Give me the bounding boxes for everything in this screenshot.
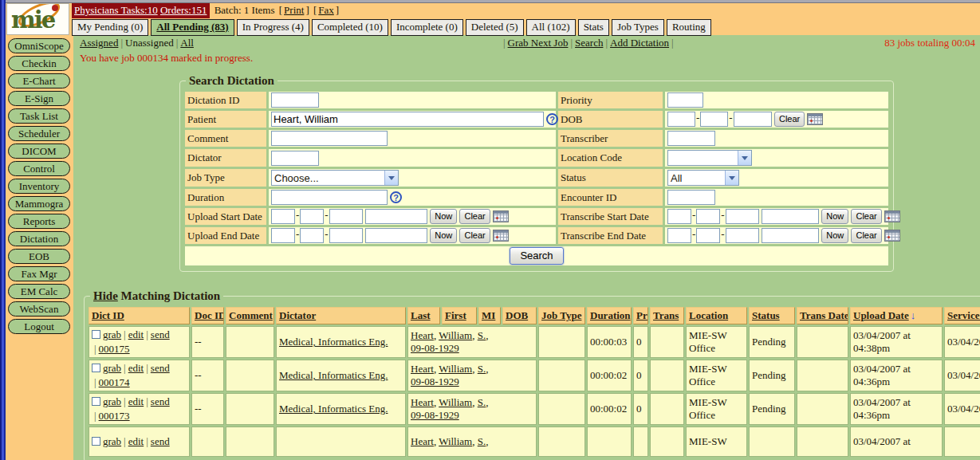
dict-id-link[interactable]: 000175 (99, 343, 130, 355)
transcribe-end-clear-button[interactable]: Clear (851, 228, 881, 243)
upload-end-calendar-icon[interactable] (493, 230, 509, 242)
job-type-select[interactable]: Choose... (271, 170, 399, 186)
tab-incomplete[interactable]: Incomplete (0) (391, 19, 463, 36)
duration-help-icon[interactable]: ? (390, 191, 402, 203)
dob-calendar-icon[interactable] (807, 113, 823, 125)
dictator-link[interactable]: Medical, Informatics Eng. (279, 369, 388, 381)
sidebar-item-e-chart[interactable]: E-Chart (8, 73, 70, 88)
col-dob[interactable]: DOB (506, 309, 528, 321)
dictator-link[interactable]: Medical, Informatics Eng. (279, 403, 388, 415)
patient-mi-link[interactable]: S. (478, 363, 486, 375)
sidebar-item-fax-mgr[interactable]: Fax Mgr (8, 266, 70, 281)
tab-all[interactable]: All (102) (526, 19, 576, 36)
upload-start-calendar-icon[interactable] (493, 210, 509, 222)
transcribe-end-calendar-icon[interactable] (884, 230, 900, 242)
patient-dob-link[interactable]: 09-08-1929 (411, 409, 459, 421)
encounter-id-input[interactable] (667, 190, 715, 205)
patient-help-icon[interactable]: ? (546, 113, 558, 125)
edit-link[interactable]: edit (128, 395, 144, 407)
col-dictator[interactable]: Dictator (279, 309, 316, 321)
patient-first-link[interactable]: William (439, 363, 472, 375)
send-link[interactable]: send (151, 362, 170, 374)
sidebar-item-checkin[interactable]: Checkin (8, 56, 70, 71)
upload-end-year-input[interactable] (329, 228, 363, 243)
search-button[interactable]: Search (510, 247, 563, 265)
transcribe-start-month-input[interactable] (667, 209, 691, 224)
dictator-link[interactable]: Medical, Informatics Eng. (279, 336, 388, 348)
transcribe-end-year-input[interactable] (726, 228, 759, 243)
transcribe-end-day-input[interactable] (696, 228, 720, 243)
upload-start-time-input[interactable] (365, 209, 427, 224)
physicians-tasks-link[interactable]: Physicians Tasks:10 (74, 4, 158, 16)
dictation-id-input[interactable] (271, 92, 319, 108)
chevron-down-icon[interactable] (725, 171, 738, 185)
sidebar-item-mammography[interactable]: Mammogra (8, 196, 70, 211)
grab-link[interactable]: grab (103, 362, 121, 374)
patient-mi-link[interactable]: S. (478, 435, 486, 447)
row-checkbox[interactable] (92, 364, 100, 372)
col-duration[interactable]: Duration (590, 309, 631, 321)
sidebar-item-dictation[interactable]: Dictation (8, 231, 70, 246)
patient-last-link[interactable]: Heart (411, 329, 434, 341)
row-checkbox[interactable] (92, 437, 100, 446)
upload-end-clear-button[interactable]: Clear (459, 228, 490, 243)
upload-end-month-input[interactable] (271, 228, 295, 243)
edit-link[interactable]: edit (128, 328, 144, 340)
sidebar-item-scheduler[interactable]: Scheduler (8, 126, 70, 141)
search-link[interactable]: Search (575, 37, 603, 49)
sidebar-item-task-list[interactable]: Task List (8, 108, 70, 124)
transcribe-end-month-input[interactable] (667, 228, 691, 243)
col-status[interactable]: Status (752, 309, 780, 321)
print-link[interactable]: Print (284, 4, 304, 16)
upload-end-time-input[interactable] (365, 228, 427, 243)
add-dictation-link[interactable]: Add Dictation (610, 37, 669, 49)
col-upload-date[interactable]: Upload Date (853, 309, 909, 321)
tab-all-pending[interactable]: All Pending (83) (151, 19, 234, 36)
dob-year-input[interactable] (734, 112, 772, 127)
sidebar-item-em-calc[interactable]: EM Calc (8, 284, 70, 299)
location-code-select[interactable] (667, 150, 752, 166)
comment-input[interactable] (271, 131, 388, 146)
col-mi[interactable]: MI (482, 309, 495, 321)
grab-link[interactable]: grab (103, 395, 121, 407)
grab-link[interactable]: grab (103, 328, 121, 340)
transcriber-input[interactable] (667, 131, 715, 146)
dob-month-input[interactable] (667, 112, 695, 127)
assigned-link[interactable]: Assigned (80, 37, 118, 49)
patient-dob-link[interactable]: 09-08-1929 (411, 375, 459, 387)
sort-descending-icon[interactable]: ↓ (911, 309, 916, 322)
upload-end-now-button[interactable]: Now (430, 228, 457, 243)
patient-first-link[interactable]: William (439, 329, 472, 341)
tab-job-types[interactable]: Job Types (612, 19, 664, 36)
col-comment[interactable]: Comment (229, 309, 273, 321)
sidebar-item-logout[interactable]: Logout (8, 319, 70, 334)
dob-clear-button[interactable]: Clear (774, 112, 805, 127)
send-link[interactable]: send (151, 395, 170, 407)
edit-link[interactable]: edit (128, 362, 144, 374)
transcribe-end-now-button[interactable]: Now (821, 228, 848, 243)
sidebar-item-eob[interactable]: EOB (8, 249, 70, 264)
all-link[interactable]: All (180, 37, 194, 49)
tab-completed[interactable]: Completed (10) (312, 19, 388, 36)
row-checkbox[interactable] (92, 330, 100, 339)
upload-end-day-input[interactable] (300, 228, 324, 243)
col-location[interactable]: Location (689, 309, 728, 321)
patient-first-link[interactable]: William (439, 435, 472, 447)
send-link[interactable]: send (151, 435, 170, 447)
sidebar-item-omniscope[interactable]: OmniScope (8, 38, 70, 53)
transcribe-start-now-button[interactable]: Now (821, 209, 848, 224)
col-doc-id[interactable]: Doc ID (195, 309, 224, 321)
col-service-date[interactable]: Service Date (947, 309, 980, 321)
transcribe-end-time-input[interactable] (762, 228, 819, 243)
sidebar-item-control[interactable]: Control (8, 161, 70, 176)
upload-start-clear-button[interactable]: Clear (459, 209, 490, 224)
tab-my-pending[interactable]: My Pending (0) (72, 19, 148, 36)
orders-link[interactable]: Orders:151 (160, 4, 207, 16)
priority-input[interactable] (667, 92, 703, 108)
col-pri[interactable]: Pri (636, 309, 648, 321)
row-checkbox[interactable] (92, 397, 100, 406)
transcribe-start-time-input[interactable] (762, 209, 819, 224)
upload-start-year-input[interactable] (329, 209, 363, 224)
edit-link[interactable]: edit (128, 435, 144, 447)
transcribe-start-clear-button[interactable]: Clear (851, 209, 881, 224)
